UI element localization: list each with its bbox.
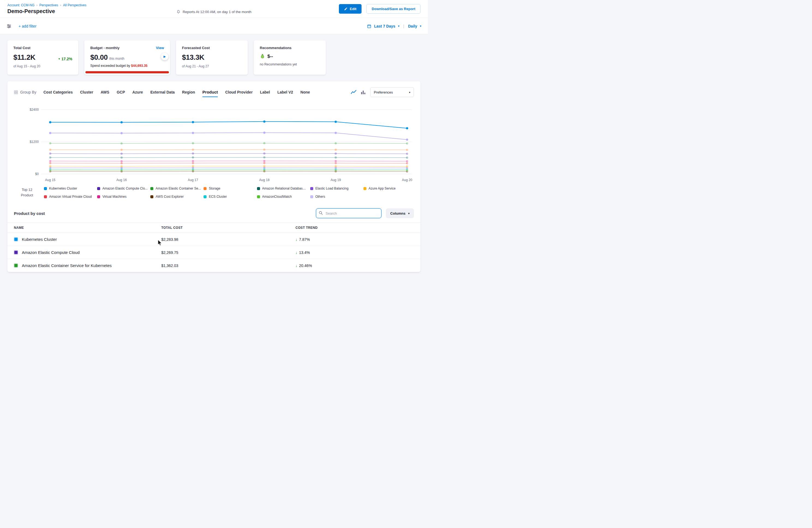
row-color-checkbox[interactable] — [14, 263, 18, 267]
breadcrumb: Account: CCM-NG › Perspectives › All Per… — [8, 3, 86, 7]
legend-item[interactable]: ECS Cluster — [204, 195, 254, 199]
group-by-tab-external-data[interactable]: External Data — [150, 88, 175, 97]
cost-line-chart[interactable]: $0$1200$2400Aug 15Aug 16Aug 17Aug 18Aug … — [15, 101, 413, 183]
group-by-label-text: Group By — [20, 90, 36, 94]
budget-progress-bar — [85, 71, 169, 73]
group-by-tab-cluster[interactable]: Cluster — [80, 88, 93, 97]
group-by-tab-product[interactable]: Product — [202, 88, 218, 97]
group-by-label: Group By — [14, 90, 36, 94]
perspective-panel: Group By Cost CategoriesClusterAWSGCPAzu… — [8, 81, 420, 272]
group-by-tab-aws[interactable]: AWS — [101, 88, 110, 97]
legend-item[interactable]: Storage — [204, 187, 254, 190]
column-header-total-cost[interactable]: TOTAL COST — [161, 226, 295, 230]
budget-overage-text: Spend exceeded budget by — [90, 64, 130, 68]
columns-dropdown-button[interactable]: Columns ▾ — [386, 208, 414, 218]
row-color-checkbox[interactable] — [14, 250, 18, 254]
total-cost-title: Total Cost — [13, 46, 72, 50]
column-header-cost-trend[interactable]: COST TREND — [295, 226, 414, 230]
legend-color-chip — [204, 195, 206, 198]
bell-icon — [176, 10, 180, 14]
breadcrumb-perspectives-link[interactable]: Perspectives — [39, 3, 58, 7]
legend-color-chip — [97, 187, 100, 190]
budget-card: Budget - monthly View $0.00 this month S… — [84, 40, 170, 75]
forecasted-cost-period: of Aug 21 - Aug 27 — [182, 64, 242, 68]
column-header-name[interactable]: NAME — [14, 226, 161, 230]
legend-item[interactable]: Amazon Elastic Container Se... — [150, 187, 201, 190]
legend-color-chip — [310, 187, 313, 190]
group-by-tab-gcp[interactable]: GCP — [117, 88, 125, 97]
legend-title-line2: Product — [14, 193, 40, 198]
legend-title-line1: Top 12 — [14, 187, 40, 193]
line-chart-icon[interactable] — [351, 89, 357, 95]
recommendations-note: no Recommendations yet — [260, 62, 320, 66]
total-cost-cell: $2,283.98 — [161, 237, 295, 241]
legend-item[interactable]: Amazon Virtual Private Cloud — [44, 195, 95, 199]
preferences-label: Preferences — [374, 90, 393, 94]
summary-cards: Total Cost $11.2K ▼ 17.2% of Aug 15 - Au… — [8, 40, 420, 75]
filter-sliders-icon[interactable] — [6, 24, 12, 29]
legend-item-label: Amazon Relational Database ... — [262, 187, 307, 190]
svg-text:Aug 17: Aug 17 — [188, 178, 198, 182]
svg-text:Aug 19: Aug 19 — [330, 178, 341, 182]
chart-legend: Top 12 Product Kubernetes ClusterAmazon … — [8, 185, 420, 204]
budget-next-button[interactable]: ▶ — [161, 53, 168, 60]
legend-item[interactable]: Azure App Service — [363, 187, 414, 190]
group-by-tab-label[interactable]: Label — [260, 88, 270, 97]
trend-down-arrow-icon: ↓ — [295, 237, 298, 241]
svg-text:Aug 16: Aug 16 — [116, 178, 127, 182]
group-by-tab-azure[interactable]: Azure — [132, 88, 143, 97]
legend-item[interactable]: Amazon Relational Database ... — [257, 187, 307, 190]
total-cost-cell: $1,362.03 — [161, 263, 295, 268]
trend-value: 7.87% — [299, 237, 310, 241]
legend-item[interactable]: Kubernetes Cluster — [44, 187, 95, 190]
legend-item-label: Others — [315, 195, 325, 199]
forecasted-cost-card: Forecasted Cost $13.3K of Aug 21 - Aug 2… — [176, 40, 248, 75]
divider: | — [403, 24, 404, 28]
granularity-dropdown[interactable]: Daily — [408, 24, 417, 28]
forecasted-cost-value: $13.3K — [182, 53, 204, 62]
budget-view-link[interactable]: View — [156, 46, 164, 50]
legend-item[interactable]: Virtual Machines — [97, 195, 148, 199]
legend-title: Top 12 Product — [14, 187, 40, 198]
table-row[interactable]: Amazon Elastic Container Service for Kub… — [8, 259, 420, 272]
product-name: Amazon Elastic Compute Cloud — [22, 250, 80, 255]
budget-overage: Spend exceeded budget by $44,693.35 — [90, 64, 164, 68]
row-color-checkbox[interactable] — [14, 237, 18, 241]
add-filter-button[interactable]: + add filter — [18, 24, 37, 28]
legend-item[interactable]: AmazonCloudWatch — [257, 195, 307, 199]
preferences-dropdown[interactable]: Preferences ▾ — [370, 87, 414, 97]
table-row[interactable]: Kubernetes Cluster$2,283.98↓7.87% — [8, 233, 420, 246]
group-by-tab-none[interactable]: None — [301, 88, 310, 97]
group-by-tab-label-v2[interactable]: Label V2 — [277, 88, 293, 97]
svg-text:Aug 15: Aug 15 — [45, 178, 55, 182]
legend-color-chip — [310, 195, 313, 198]
legend-item-label: Amazon Virtual Private Cloud — [49, 195, 92, 199]
filter-bar: + add filter Last 7 Days ▾ | Daily ▾ — [0, 18, 428, 34]
legend-color-chip — [44, 187, 47, 190]
breadcrumb-separator: › — [36, 3, 38, 7]
chevron-down-icon: ▾ — [398, 25, 400, 28]
breadcrumb-all-perspectives-link[interactable]: All Perspectives — [63, 3, 86, 7]
date-range-dropdown[interactable]: Last 7 Days — [374, 24, 395, 28]
money-bag-icon — [260, 54, 265, 59]
legend-item[interactable]: AWS Cost Explorer — [150, 195, 201, 199]
columns-button-label: Columns — [390, 211, 405, 216]
legend-item-label: Virtual Machines — [102, 195, 127, 199]
download-save-report-button[interactable]: Download/Save as Report — [366, 4, 420, 14]
svg-text:Aug 18: Aug 18 — [259, 178, 270, 182]
group-by-tab-cost-categories[interactable]: Cost Categories — [43, 88, 73, 97]
total-cost-trend-value: 17.2% — [61, 57, 72, 61]
group-by-row: Group By Cost CategoriesClusterAWSGCPAzu… — [8, 87, 420, 98]
group-by-tab-cloud-provider[interactable]: Cloud Provider — [225, 88, 252, 97]
bar-chart-icon[interactable] — [360, 89, 366, 95]
legend-item[interactable]: Elastic Load Balancing — [310, 187, 361, 190]
edit-button-label: Edit — [350, 7, 357, 11]
svg-text:$2400: $2400 — [30, 108, 39, 112]
search-input[interactable] — [316, 208, 381, 218]
legend-item[interactable]: Others — [310, 195, 361, 199]
legend-item[interactable]: Amazon Elastic Compute Clo... — [97, 187, 148, 190]
edit-button[interactable]: Edit — [339, 4, 362, 14]
breadcrumb-account-link[interactable]: Account: CCM-NG — [8, 3, 34, 7]
table-row[interactable]: Amazon Elastic Compute Cloud$2,269.75↓13… — [8, 246, 420, 259]
group-by-tab-region[interactable]: Region — [182, 88, 195, 97]
